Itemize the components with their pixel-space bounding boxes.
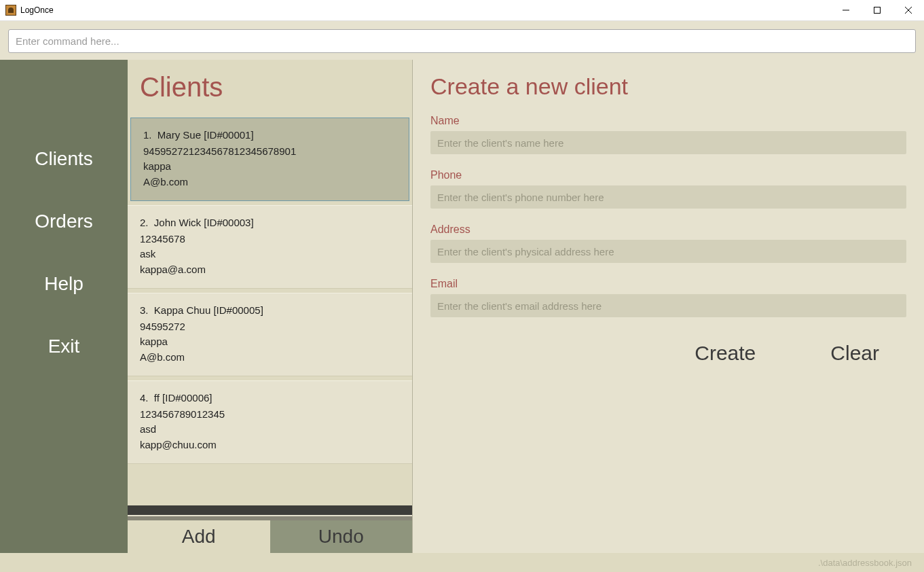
client-card[interactable]: 3. Kappa Chuu [ID#00005]94595272kappaA@b… — [128, 293, 412, 376]
client-address: kappa — [143, 159, 396, 175]
client-phone: 12345678 — [140, 232, 400, 247]
client-name: Mary Sue [ID#00001] — [158, 129, 254, 141]
phone-field[interactable] — [430, 185, 906, 209]
status-path: .\data\addressbook.json — [818, 558, 912, 568]
client-name: John Wick [ID#00003] — [154, 217, 254, 228]
address-label: Address — [430, 224, 906, 236]
client-card[interactable]: 1. Mary Sue [ID#00001]945952721234567812… — [130, 118, 409, 201]
clients-panel: Clients 1. Mary Sue [ID#00001]9459527212… — [128, 60, 413, 553]
client-card[interactable]: 2. John Wick [ID#00003]12345678askkappa@… — [128, 205, 412, 289]
email-field[interactable] — [430, 294, 906, 317]
address-field[interactable] — [430, 240, 906, 263]
svg-rect-1 — [874, 7, 881, 14]
client-email: A@b.com — [140, 350, 400, 365]
sidebar-item-clients[interactable]: Clients — [0, 128, 128, 190]
client-address: kappa — [140, 334, 400, 350]
maximize-button[interactable] — [862, 0, 893, 21]
client-index: 1. — [143, 129, 152, 141]
undo-button[interactable]: Undo — [270, 520, 413, 553]
client-phone: 94595272 — [140, 319, 400, 335]
window-titlebar: LogOnce — [0, 0, 924, 21]
email-label: Email — [430, 278, 906, 290]
list-scrollbar-edge — [128, 515, 412, 520]
create-button[interactable]: Create — [695, 342, 756, 365]
statusbar: .\data\addressbook.json — [0, 553, 924, 572]
list-scrollbar[interactable] — [128, 505, 412, 515]
sidebar: Clients Orders Help Exit — [0, 60, 128, 553]
name-field[interactable] — [430, 131, 906, 154]
client-address: asd — [140, 422, 400, 437]
client-index: 4. — [140, 392, 149, 404]
window-title: LogOnce — [20, 5, 54, 15]
create-client-panel: Create a new client Name Phone Address E… — [413, 60, 924, 553]
client-list[interactable]: 1. Mary Sue [ID#00001]945952721234567812… — [128, 118, 412, 505]
client-card[interactable]: 4. ff [ID#00006]123456789012345asdkapp@c… — [128, 380, 412, 464]
minimize-button[interactable] — [830, 0, 862, 21]
create-client-heading: Create a new client — [430, 73, 906, 100]
sidebar-item-orders[interactable]: Orders — [0, 190, 128, 253]
client-phone: 945952721234567812345678901 — [143, 144, 396, 160]
clear-button[interactable]: Clear — [830, 342, 879, 365]
sidebar-item-help[interactable]: Help — [0, 253, 128, 315]
client-email: kappa@a.com — [140, 262, 400, 278]
command-bar — [0, 21, 924, 60]
client-index: 2. — [140, 217, 149, 228]
client-address: ask — [140, 247, 400, 262]
name-label: Name — [430, 115, 906, 127]
client-email: A@b.com — [143, 175, 396, 190]
app-icon — [5, 5, 16, 16]
phone-label: Phone — [430, 169, 906, 181]
close-button[interactable] — [893, 0, 924, 21]
client-name: Kappa Chuu [ID#00005] — [154, 304, 263, 316]
command-input[interactable] — [8, 29, 916, 53]
sidebar-item-exit[interactable]: Exit — [0, 315, 128, 378]
client-phone: 123456789012345 — [140, 407, 400, 423]
client-email: kapp@chuu.com — [140, 437, 400, 453]
clients-heading: Clients — [128, 60, 412, 118]
client-index: 3. — [140, 304, 149, 316]
add-button[interactable]: Add — [128, 520, 270, 553]
client-name: ff [ID#00006] — [154, 392, 212, 404]
